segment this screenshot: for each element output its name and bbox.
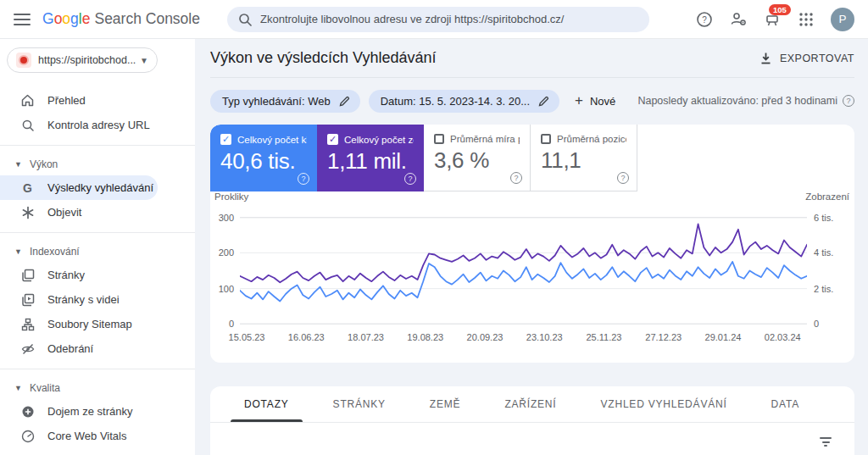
help-icon[interactable]: ? [298, 173, 309, 185]
tab-vzhled-vyhledavani[interactable]: VZHLED VYHLEDÁVÁNÍ [578, 386, 748, 422]
dimension-tabs: DOTAZY STRÁNKY ZEMĚ ZAŘÍZENÍ VZHLED VYHL… [210, 386, 854, 423]
metric-card-total-clicks[interactable]: ✓Celkový počet kli... 40,6 tis. ? [210, 125, 317, 191]
new-filter-button[interactable]: + Nové [575, 92, 615, 109]
search-input[interactable] [260, 13, 639, 25]
tab-dotazy[interactable]: DOTAZY [222, 386, 311, 422]
sidebar-section-vykon[interactable]: ▼ Výkon [0, 153, 195, 175]
sidebar-section-kvalita[interactable]: ▼ Kvalita [0, 377, 195, 399]
app-logo[interactable]: Google Search Console [42, 10, 200, 28]
url-inspection-icon [20, 118, 35, 132]
notifications-icon[interactable]: 105 [763, 10, 782, 29]
avatar[interactable]: P [831, 8, 854, 31]
collapse-icon: ▼ [14, 160, 22, 169]
sidebar: https://spiritobchod... ▼ Přehled Kontro… [0, 39, 195, 455]
plus-icon: + [575, 92, 583, 109]
user-settings-icon[interactable] [729, 10, 748, 29]
tab-zarizeni[interactable]: ZAŘÍZENÍ [482, 386, 578, 422]
tab-zeme[interactable]: ZEMĚ [408, 386, 483, 422]
video-pages-icon [20, 292, 35, 307]
sidebar-item-stranky[interactable]: Stránky [0, 263, 195, 287]
help-icon[interactable]: ? [695, 10, 714, 29]
chart-plot-area[interactable] [240, 217, 807, 325]
sidebar-section-indexovani[interactable]: ▼ Indexování [0, 241, 195, 263]
collapse-icon: ▼ [14, 247, 22, 256]
pages-icon [20, 268, 35, 282]
help-icon[interactable]: ? [843, 95, 854, 107]
x-axis-ticks: 15.05.2316.06.2318.07.2319.08.2320.09.23… [240, 325, 807, 353]
filter-chip-date-range[interactable]: Datum: 15. 5. 2023-14. 3. 20... [369, 90, 559, 113]
x-axis-tick: 27.12.23 [645, 332, 682, 342]
x-axis-tick: 19.08.23 [407, 332, 443, 342]
main-content: Výkon ve výsledcích Vyhledávání EXPORTOV… [195, 39, 868, 455]
metric-value: 3,6 % [434, 147, 520, 174]
divider [0, 145, 195, 146]
home-icon [20, 93, 35, 108]
right-axis-title: Zobrazení [805, 191, 849, 202]
chart-plot-svg [240, 217, 807, 325]
speedometer-icon [20, 429, 35, 443]
filter-chip-search-type[interactable]: Typ vyhledávání: Web [210, 90, 360, 113]
filter-icon[interactable] [817, 435, 834, 449]
discover-icon [20, 205, 35, 219]
property-url: https://spiritobchod... [38, 54, 136, 66]
tab-data[interactable]: DATA [749, 386, 821, 422]
sidebar-item-https[interactable]: HTTPS [0, 448, 195, 455]
x-axis-tick: 23.10.23 [526, 332, 563, 342]
search-icon [237, 12, 253, 27]
collapse-icon: ▼ [14, 384, 22, 392]
site-favicon [16, 53, 31, 68]
metric-value: 40,6 tis. [220, 148, 307, 175]
x-axis-tick: 29.01.24 [705, 332, 742, 342]
sidebar-item-odebrani[interactable]: Odebrání [0, 336, 195, 361]
metric-value: 1,11 mil. [327, 148, 414, 175]
sidebar-item-core-web-vitals[interactable]: Core Web Vitals [0, 424, 195, 448]
divider [0, 232, 195, 233]
checkbox-unchecked-icon[interactable] [434, 134, 444, 144]
left-axis-title: Prokliky [214, 191, 248, 202]
left-axis-ticks: 300 200 100 0 [210, 217, 240, 325]
edit-icon [339, 96, 350, 107]
divider [0, 369, 195, 369]
export-button[interactable]: EXPORTOVAT [760, 52, 854, 65]
checkbox-checked-icon[interactable]: ✓ [327, 134, 338, 145]
menu-icon[interactable] [14, 14, 31, 25]
download-icon [760, 52, 772, 65]
help-icon[interactable]: ? [404, 173, 416, 185]
checkbox-unchecked-icon[interactable] [541, 134, 551, 144]
last-updated-text: Naposledy aktualizováno: před 3 hodinami [637, 95, 837, 107]
apps-grid-icon[interactable] [797, 10, 815, 29]
x-axis-tick: 18.07.23 [348, 332, 384, 342]
sitemap-icon [20, 317, 35, 331]
metric-card-total-impressions[interactable]: ✓Celkový počet zo... 1,11 mil. ? [317, 125, 424, 191]
metric-card-average-ctr[interactable]: Průměrná míra pr... 3,6 % ? [424, 125, 531, 191]
top-app-bar: Google Search Console ? 105 P [0, 0, 868, 39]
time-series-chart: Prokliky Zobrazení 300 200 100 0 6 tis. … [210, 191, 854, 353]
x-axis-tick: 02.03.24 [765, 332, 801, 342]
tab-stranky[interactable]: STRÁNKY [311, 386, 408, 422]
x-axis-tick: 15.05.23 [229, 332, 265, 342]
edit-icon [538, 96, 549, 107]
help-icon[interactable]: ? [617, 172, 629, 184]
svg-text:?: ? [702, 15, 707, 25]
sidebar-item-vysledky-vyhledavani[interactable]: G Výsledky vyhledávání [0, 175, 158, 200]
sidebar-item-prehled[interactable]: Přehled [0, 88, 195, 113]
eye-off-icon [20, 341, 35, 356]
page-experience-icon [20, 404, 35, 419]
help-icon[interactable]: ? [510, 172, 522, 184]
sidebar-item-kontrola-adresy-url[interactable]: Kontrola adresy URL [0, 113, 195, 137]
google-search-icon: G [20, 180, 35, 195]
sidebar-item-dojem-ze-stranky[interactable]: Dojem ze stránky [0, 399, 195, 424]
checkbox-checked-icon[interactable]: ✓ [220, 134, 231, 145]
url-inspect-searchbar[interactable] [227, 7, 649, 32]
property-selector[interactable]: https://spiritobchod... ▼ [7, 47, 158, 73]
sidebar-item-soubory-sitemap[interactable]: Soubory Sitemap [0, 312, 195, 336]
sidebar-item-stranky-s-videi[interactable]: Stránky s videi [0, 287, 195, 312]
chevron-down-icon: ▼ [140, 56, 148, 65]
x-axis-tick: 16.06.23 [288, 332, 325, 342]
metric-value: 11,1 [541, 147, 626, 174]
sidebar-item-objevit[interactable]: Objevit [0, 200, 195, 225]
metric-cards: ✓Celkový počet kli... 40,6 tis. ? ✓Celko… [210, 125, 854, 191]
metric-card-average-position[interactable]: Průměrná pozice 11,1 ? [531, 125, 637, 191]
dimensions-table-card: DOTAZY STRÁNKY ZEMĚ ZAŘÍZENÍ VZHLED VYHL… [210, 386, 854, 455]
x-axis-tick: 20.09.23 [467, 332, 504, 342]
